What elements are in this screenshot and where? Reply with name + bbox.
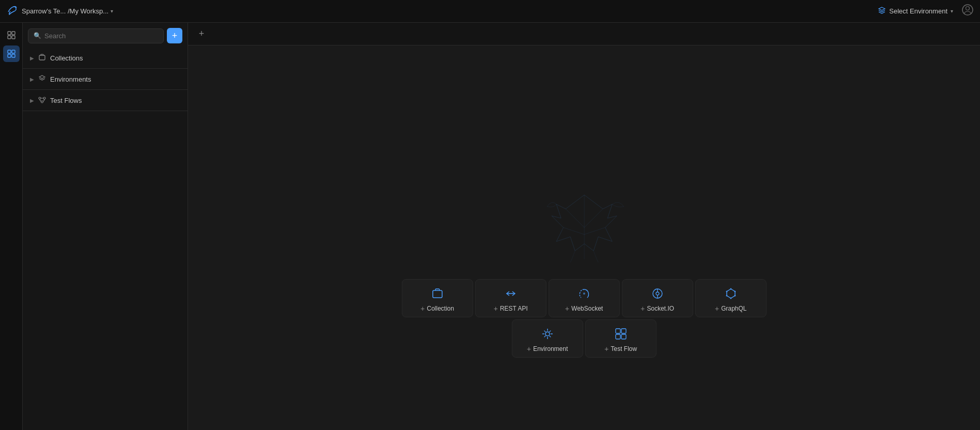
testflow-quick-icon (615, 326, 627, 342)
search-input[interactable] (44, 32, 158, 40)
quick-action-collection[interactable]: + Collection (402, 279, 473, 317)
user-avatar-icon[interactable] (961, 4, 974, 19)
tab-add-button[interactable]: + (194, 27, 209, 41)
sparrow-logo-icon (6, 5, 18, 18)
svg-point-12 (43, 97, 45, 99)
sparrow-watermark (538, 181, 631, 275)
testflows-label: Test Flows (50, 97, 82, 104)
main-layout: 🔍 + ▶ Collections ▶ (0, 23, 980, 430)
rest-api-quick-icon (505, 286, 517, 301)
svg-rect-4 (8, 36, 11, 39)
testflows-chevron-icon: ▶ (30, 98, 34, 103)
testflows-nav-icon (38, 96, 46, 105)
icon-sidebar (0, 23, 23, 430)
testflows-section: ▶ Test Flows (23, 90, 188, 111)
search-input-wrap: 🔍 (28, 28, 164, 43)
svg-point-22 (730, 298, 732, 299)
environments-section: ▶ Environments (23, 69, 188, 90)
svg-point-13 (41, 101, 43, 103)
testflows-nav-item[interactable]: ▶ Test Flows (23, 90, 188, 111)
workspace-chevron-icon: ▾ (111, 8, 113, 14)
env-chevron-icon: ▾ (951, 8, 953, 14)
workspace-title[interactable]: Sparrow's Te... /My Worksp... ▾ (22, 7, 113, 15)
quick-action-graphql[interactable]: + GraphQL (695, 279, 767, 317)
workspace-name: Sparrow's Te... /My Worksp... (22, 7, 108, 15)
collection-quick-icon (431, 286, 444, 301)
quick-action-websocket[interactable]: + WebSocket (549, 279, 620, 317)
svg-rect-6 (8, 50, 11, 53)
svg-marker-18 (727, 289, 735, 298)
svg-point-23 (726, 295, 727, 297)
collections-section: ▶ Collections (23, 48, 188, 69)
quick-action-rest-api[interactable]: + REST API (475, 279, 547, 317)
socketio-quick-label: + Socket.IO (641, 304, 674, 313)
collections-chevron-icon: ▶ (30, 55, 34, 61)
env-layers-icon (878, 6, 886, 16)
svg-point-15 (583, 293, 585, 295)
websocket-quick-icon (578, 286, 590, 301)
svg-point-24 (726, 291, 727, 293)
center-area: + Collection + REST API (188, 45, 980, 430)
tab-bar: + (188, 23, 980, 45)
topbar-left: Sparrow's Te... /My Worksp... ▾ (6, 5, 113, 18)
quick-action-socketio[interactable]: + Socket.IO (622, 279, 693, 317)
websocket-quick-label: + WebSocket (565, 304, 603, 313)
env-select-label: Select Environment (889, 7, 947, 15)
sidebar-home-button[interactable] (3, 27, 20, 43)
quick-action-testflow[interactable]: + Test Flow (585, 319, 657, 358)
search-icon: 🔍 (34, 32, 41, 39)
svg-rect-9 (12, 54, 15, 57)
environment-quick-icon (541, 326, 554, 342)
collection-quick-label: + Collection (421, 304, 454, 313)
socketio-quick-icon (651, 286, 664, 301)
svg-point-1 (966, 7, 970, 10)
svg-point-25 (546, 332, 550, 336)
testflow-quick-label: + Test Flow (604, 345, 637, 353)
collections-nav-item[interactable]: ▶ Collections (23, 48, 188, 68)
svg-point-20 (734, 291, 736, 293)
svg-rect-10 (39, 55, 45, 60)
collections-nav-icon (38, 53, 46, 63)
svg-rect-27 (621, 329, 626, 333)
svg-point-17 (656, 292, 659, 295)
graphql-quick-label: + GraphQL (715, 304, 747, 313)
topbar: Sparrow's Te... /My Worksp... ▾ Select E… (0, 0, 980, 23)
svg-rect-14 (433, 290, 442, 298)
collections-label: Collections (50, 54, 83, 62)
sidebar-collections-button[interactable] (3, 45, 20, 62)
svg-rect-8 (8, 54, 11, 57)
search-bar: 🔍 + (23, 23, 188, 48)
environments-chevron-icon: ▶ (30, 76, 34, 82)
svg-point-21 (734, 295, 736, 297)
environments-nav-icon (38, 74, 46, 84)
svg-rect-26 (616, 329, 620, 333)
topbar-right: Select Environment ▾ (878, 4, 974, 19)
rest-api-quick-label: + REST API (494, 304, 528, 313)
environment-quick-label: + Environment (527, 345, 568, 353)
svg-rect-7 (12, 50, 15, 53)
left-panel: 🔍 + ▶ Collections ▶ (23, 23, 188, 430)
svg-point-19 (730, 288, 732, 290)
environments-nav-item[interactable]: ▶ Environments (23, 69, 188, 89)
add-button[interactable]: + (167, 28, 182, 43)
svg-point-11 (39, 97, 41, 99)
graphql-quick-icon (725, 286, 737, 301)
svg-rect-3 (12, 32, 15, 35)
environments-label: Environments (50, 75, 91, 83)
quick-action-environment[interactable]: + Environment (512, 319, 583, 358)
svg-rect-2 (8, 32, 11, 35)
quick-actions: + Collection + REST API (386, 269, 782, 368)
env-select-button[interactable]: Select Environment ▾ (878, 6, 953, 16)
main-content: + (188, 23, 980, 430)
svg-rect-28 (616, 334, 620, 339)
svg-rect-29 (621, 334, 626, 339)
svg-rect-5 (12, 36, 15, 39)
